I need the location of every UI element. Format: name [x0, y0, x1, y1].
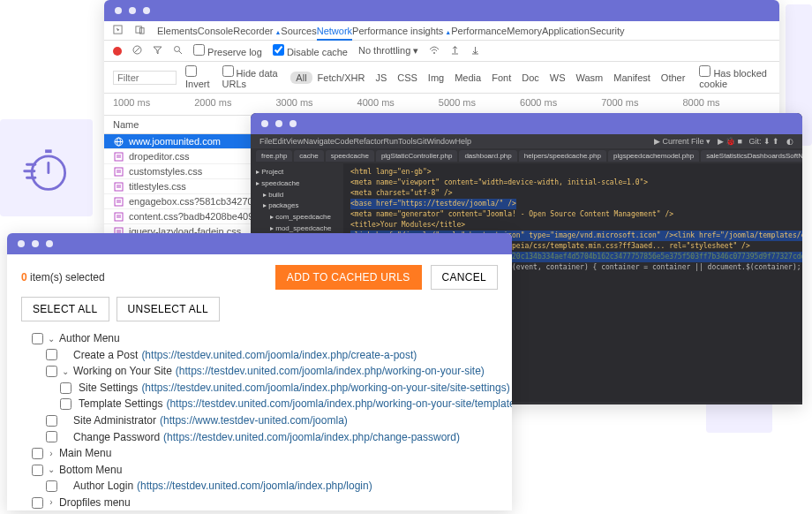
filter-type-wasm[interactable]: Wasm	[570, 72, 608, 84]
select-all-button[interactable]: SELECT ALL	[21, 297, 109, 321]
chevron-down-icon[interactable]: ⌄	[61, 365, 70, 379]
devtools-tab-sources[interactable]: Sources	[281, 23, 316, 39]
node-checkbox[interactable]	[46, 431, 57, 442]
filter-type-media[interactable]: Media	[449, 72, 486, 84]
filter-type-all[interactable]: All	[290, 72, 312, 84]
menu-node[interactable]: ⌄Working on Your Site (https://testdev.u…	[32, 363, 498, 380]
devtools-tab-performance-insights[interactable]: Performance insights ▲	[352, 23, 451, 39]
editor-tab[interactable]: dashboard.php	[459, 150, 516, 162]
devtools-tab-network[interactable]: Network	[317, 23, 352, 41]
tree-item[interactable]: ▸ com_speedcache	[256, 212, 338, 223]
ide-menu-navigate[interactable]: Navigate	[303, 137, 335, 146]
window-dot[interactable]	[46, 240, 53, 247]
titlebar[interactable]	[7, 233, 512, 254]
node-checkbox[interactable]	[46, 349, 57, 360]
ide-menu-help[interactable]: Help	[455, 137, 472, 146]
inspect-icon[interactable]	[113, 25, 123, 36]
devtools-tab-performance[interactable]: Performance	[451, 23, 507, 39]
chevron-down-icon[interactable]: ⌄	[47, 463, 56, 477]
node-checkbox[interactable]	[32, 465, 43, 476]
disable-cache-checkbox[interactable]: Disable cache	[273, 44, 348, 57]
menu-node[interactable]: ⌄Author Menu	[32, 330, 498, 347]
filter-type-font[interactable]: Font	[486, 72, 516, 84]
ide-menu-window[interactable]: Window	[427, 137, 455, 146]
unselect-all-button[interactable]: UNSELECT ALL	[117, 297, 220, 321]
menu-node[interactable]: Change Password (https://testdev.united.…	[32, 429, 498, 446]
ide-menu-git[interactable]: Git	[417, 137, 427, 146]
window-dot[interactable]	[129, 7, 136, 14]
upload-icon[interactable]	[450, 45, 460, 57]
node-checkbox[interactable]	[60, 398, 71, 410]
blocked-cookies-checkbox[interactable]: Has blocked cookie	[699, 65, 771, 89]
device-icon[interactable]	[135, 25, 145, 36]
tree-item[interactable]: ▸ speedcache	[256, 178, 338, 190]
node-checkbox[interactable]	[60, 382, 71, 394]
devtools-tab-elements[interactable]: Elements	[157, 23, 198, 39]
tree-item[interactable]: ▸ Project	[256, 167, 338, 178]
devtools-tab-security[interactable]: Security	[590, 23, 625, 39]
filter-type-other[interactable]: Other	[656, 72, 691, 84]
search-icon[interactable]	[173, 45, 183, 57]
window-dot[interactable]	[32, 240, 39, 247]
editor-tab[interactable]: saleStatisticsDashboardsSoftNoMime.php	[701, 150, 802, 162]
filter-type-doc[interactable]: Doc	[516, 72, 545, 84]
menu-node[interactable]: Create a Post (https://testdev.united.co…	[32, 347, 498, 364]
editor-tab[interactable]: cache	[294, 150, 323, 162]
titlebar[interactable]	[251, 113, 802, 134]
filter-icon[interactable]	[153, 45, 162, 57]
menu-node[interactable]: Site Settings (https://testdev.united.co…	[32, 380, 498, 397]
node-checkbox[interactable]	[46, 480, 57, 492]
filter-type-img[interactable]: Img	[423, 72, 449, 84]
window-dot[interactable]	[275, 120, 282, 127]
node-checkbox[interactable]	[32, 448, 43, 459]
ide-menu-view[interactable]: View	[286, 137, 303, 146]
editor-tab[interactable]: helpers/speedcache.php	[519, 150, 606, 162]
tree-item[interactable]: ▸ build	[256, 190, 338, 201]
chevron-right-icon[interactable]: ›	[47, 447, 56, 461]
devtools-tab-memory[interactable]: Memory	[507, 23, 542, 39]
menu-node[interactable]: ›Dropfiles menu	[32, 495, 498, 510]
node-checkbox[interactable]	[32, 333, 43, 344]
cancel-button[interactable]: CANCEL	[431, 265, 498, 290]
editor-tab[interactable]: plgspeedcachemodel.php	[608, 150, 699, 162]
run-config[interactable]: ▶ Current File ▾ ▶ 🐞 ■ Git: ⬇ ⬆ ◐	[654, 137, 793, 146]
filter-type-manifest[interactable]: Manifest	[608, 72, 656, 84]
editor-tab[interactable]: free.php	[256, 150, 292, 162]
menu-node[interactable]: Site Administrator (https://www.testdev-…	[32, 412, 498, 429]
chevron-right-icon[interactable]: ›	[47, 495, 56, 510]
window-dot[interactable]	[261, 120, 268, 127]
filter-input[interactable]	[113, 71, 177, 85]
filter-type-fetch-xhr[interactable]: Fetch/XHR	[312, 72, 371, 84]
ide-menu-refactor[interactable]: Refactor	[353, 137, 383, 146]
editor-tab[interactable]: plgStaticController.php	[376, 150, 458, 162]
download-icon[interactable]	[470, 45, 480, 57]
ide-menu-file[interactable]: File	[259, 137, 273, 146]
devtools-tab-recorder[interactable]: Recorder ▲	[233, 23, 281, 39]
menu-node[interactable]: ⌄Bottom Menu	[32, 462, 498, 479]
hide-dataurls-checkbox[interactable]: Hide data URLs	[222, 65, 282, 89]
window-dot[interactable]	[115, 7, 122, 14]
filter-type-css[interactable]: CSS	[392, 72, 423, 84]
editor-tab[interactable]: speedcache	[326, 150, 374, 162]
window-dot[interactable]	[289, 120, 297, 127]
window-dot[interactable]	[143, 7, 150, 14]
node-checkbox[interactable]	[46, 415, 57, 427]
ide-menu-code[interactable]: Code	[335, 137, 354, 146]
filter-type-js[interactable]: JS	[370, 72, 392, 84]
invert-checkbox[interactable]: Invert	[185, 65, 214, 89]
devtools-tab-application[interactable]: Application	[542, 23, 590, 39]
titlebar[interactable]	[104, 0, 779, 21]
menu-node[interactable]: ›Main Menu	[32, 445, 498, 462]
filter-type-ws[interactable]: WS	[545, 72, 571, 84]
ide-menu-tools[interactable]: Tools	[398, 137, 417, 146]
node-checkbox[interactable]	[32, 497, 43, 509]
clear-icon[interactable]	[132, 45, 142, 57]
throttling-select[interactable]: No throttling ▾	[358, 45, 418, 57]
wifi-icon[interactable]	[429, 45, 440, 57]
add-to-cached-button[interactable]: ADD TO CACHED URLS	[275, 265, 422, 290]
menu-node[interactable]: Template Settings (https://testdev.unite…	[32, 396, 498, 412]
ide-menu-edit[interactable]: Edit	[273, 137, 287, 146]
record-icon[interactable]	[113, 47, 122, 56]
chevron-down-icon[interactable]: ⌄	[47, 332, 56, 346]
ide-menu-run[interactable]: Run	[383, 137, 398, 146]
